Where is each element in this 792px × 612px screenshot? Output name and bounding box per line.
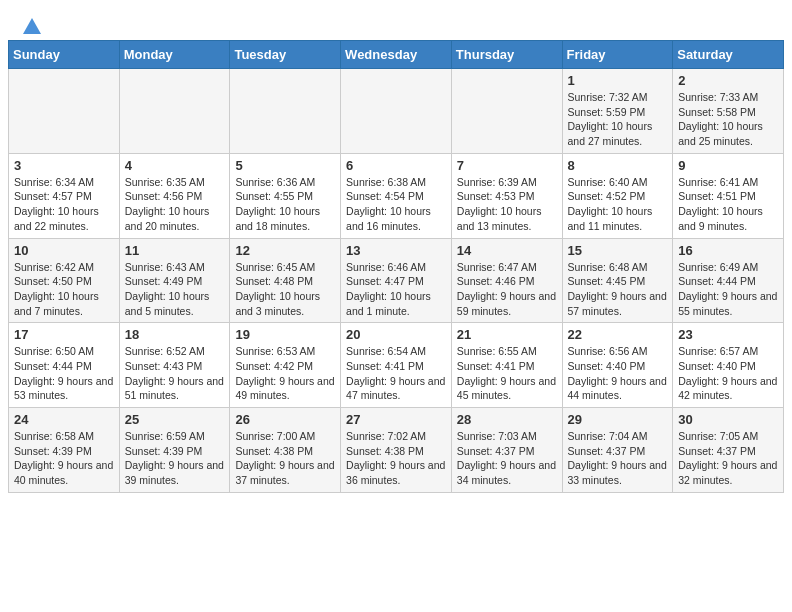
day-number: 22 [568, 327, 668, 342]
calendar-cell: 18Sunrise: 6:52 AM Sunset: 4:43 PM Dayli… [119, 323, 230, 408]
calendar-cell: 13Sunrise: 6:46 AM Sunset: 4:47 PM Dayli… [341, 238, 452, 323]
day-info: Sunrise: 7:04 AM Sunset: 4:37 PM Dayligh… [568, 429, 668, 488]
day-number: 29 [568, 412, 668, 427]
day-info: Sunrise: 6:56 AM Sunset: 4:40 PM Dayligh… [568, 344, 668, 403]
calendar-cell: 25Sunrise: 6:59 AM Sunset: 4:39 PM Dayli… [119, 408, 230, 493]
day-info: Sunrise: 6:55 AM Sunset: 4:41 PM Dayligh… [457, 344, 557, 403]
calendar-cell: 17Sunrise: 6:50 AM Sunset: 4:44 PM Dayli… [9, 323, 120, 408]
calendar-cell [341, 69, 452, 154]
logo [20, 16, 43, 32]
day-number: 15 [568, 243, 668, 258]
day-info: Sunrise: 6:40 AM Sunset: 4:52 PM Dayligh… [568, 175, 668, 234]
day-info: Sunrise: 6:49 AM Sunset: 4:44 PM Dayligh… [678, 260, 778, 319]
day-number: 5 [235, 158, 335, 173]
calendar-cell: 19Sunrise: 6:53 AM Sunset: 4:42 PM Dayli… [230, 323, 341, 408]
day-info: Sunrise: 6:36 AM Sunset: 4:55 PM Dayligh… [235, 175, 335, 234]
day-number: 10 [14, 243, 114, 258]
calendar-cell [451, 69, 562, 154]
day-info: Sunrise: 7:33 AM Sunset: 5:58 PM Dayligh… [678, 90, 778, 149]
day-number: 23 [678, 327, 778, 342]
day-info: Sunrise: 6:34 AM Sunset: 4:57 PM Dayligh… [14, 175, 114, 234]
calendar-cell: 29Sunrise: 7:04 AM Sunset: 4:37 PM Dayli… [562, 408, 673, 493]
calendar-table: SundayMondayTuesdayWednesdayThursdayFrid… [8, 40, 784, 493]
calendar-cell: 30Sunrise: 7:05 AM Sunset: 4:37 PM Dayli… [673, 408, 784, 493]
weekday-header: Friday [562, 41, 673, 69]
day-info: Sunrise: 6:59 AM Sunset: 4:39 PM Dayligh… [125, 429, 225, 488]
logo-icon [21, 16, 43, 38]
day-number: 26 [235, 412, 335, 427]
day-info: Sunrise: 6:52 AM Sunset: 4:43 PM Dayligh… [125, 344, 225, 403]
calendar-cell: 12Sunrise: 6:45 AM Sunset: 4:48 PM Dayli… [230, 238, 341, 323]
day-number: 30 [678, 412, 778, 427]
day-number: 6 [346, 158, 446, 173]
calendar-cell: 27Sunrise: 7:02 AM Sunset: 4:38 PM Dayli… [341, 408, 452, 493]
day-info: Sunrise: 6:54 AM Sunset: 4:41 PM Dayligh… [346, 344, 446, 403]
day-number: 3 [14, 158, 114, 173]
calendar-cell: 15Sunrise: 6:48 AM Sunset: 4:45 PM Dayli… [562, 238, 673, 323]
weekday-header: Tuesday [230, 41, 341, 69]
day-info: Sunrise: 7:32 AM Sunset: 5:59 PM Dayligh… [568, 90, 668, 149]
calendar-cell [230, 69, 341, 154]
day-info: Sunrise: 6:47 AM Sunset: 4:46 PM Dayligh… [457, 260, 557, 319]
calendar-cell: 2Sunrise: 7:33 AM Sunset: 5:58 PM Daylig… [673, 69, 784, 154]
day-number: 7 [457, 158, 557, 173]
calendar-cell: 11Sunrise: 6:43 AM Sunset: 4:49 PM Dayli… [119, 238, 230, 323]
day-number: 27 [346, 412, 446, 427]
day-number: 18 [125, 327, 225, 342]
weekday-header: Wednesday [341, 41, 452, 69]
day-info: Sunrise: 6:38 AM Sunset: 4:54 PM Dayligh… [346, 175, 446, 234]
calendar-cell [9, 69, 120, 154]
day-number: 12 [235, 243, 335, 258]
day-number: 1 [568, 73, 668, 88]
day-info: Sunrise: 6:46 AM Sunset: 4:47 PM Dayligh… [346, 260, 446, 319]
day-number: 4 [125, 158, 225, 173]
day-info: Sunrise: 6:43 AM Sunset: 4:49 PM Dayligh… [125, 260, 225, 319]
day-info: Sunrise: 7:02 AM Sunset: 4:38 PM Dayligh… [346, 429, 446, 488]
calendar-cell: 1Sunrise: 7:32 AM Sunset: 5:59 PM Daylig… [562, 69, 673, 154]
day-info: Sunrise: 6:57 AM Sunset: 4:40 PM Dayligh… [678, 344, 778, 403]
day-number: 14 [457, 243, 557, 258]
calendar-cell: 4Sunrise: 6:35 AM Sunset: 4:56 PM Daylig… [119, 153, 230, 238]
calendar-cell: 28Sunrise: 7:03 AM Sunset: 4:37 PM Dayli… [451, 408, 562, 493]
day-number: 8 [568, 158, 668, 173]
page-header [0, 0, 792, 40]
weekday-header: Sunday [9, 41, 120, 69]
day-number: 25 [125, 412, 225, 427]
calendar-cell: 6Sunrise: 6:38 AM Sunset: 4:54 PM Daylig… [341, 153, 452, 238]
day-info: Sunrise: 6:48 AM Sunset: 4:45 PM Dayligh… [568, 260, 668, 319]
weekday-header: Saturday [673, 41, 784, 69]
day-number: 21 [457, 327, 557, 342]
day-info: Sunrise: 6:50 AM Sunset: 4:44 PM Dayligh… [14, 344, 114, 403]
calendar-cell: 20Sunrise: 6:54 AM Sunset: 4:41 PM Dayli… [341, 323, 452, 408]
day-info: Sunrise: 6:58 AM Sunset: 4:39 PM Dayligh… [14, 429, 114, 488]
day-number: 24 [14, 412, 114, 427]
calendar-cell: 22Sunrise: 6:56 AM Sunset: 4:40 PM Dayli… [562, 323, 673, 408]
day-number: 17 [14, 327, 114, 342]
day-number: 19 [235, 327, 335, 342]
day-info: Sunrise: 6:41 AM Sunset: 4:51 PM Dayligh… [678, 175, 778, 234]
svg-marker-0 [23, 18, 41, 34]
weekday-header: Monday [119, 41, 230, 69]
calendar-cell: 3Sunrise: 6:34 AM Sunset: 4:57 PM Daylig… [9, 153, 120, 238]
day-info: Sunrise: 6:45 AM Sunset: 4:48 PM Dayligh… [235, 260, 335, 319]
day-number: 11 [125, 243, 225, 258]
calendar-cell [119, 69, 230, 154]
calendar-cell: 9Sunrise: 6:41 AM Sunset: 4:51 PM Daylig… [673, 153, 784, 238]
calendar-cell: 7Sunrise: 6:39 AM Sunset: 4:53 PM Daylig… [451, 153, 562, 238]
weekday-header: Thursday [451, 41, 562, 69]
day-number: 9 [678, 158, 778, 173]
calendar-cell: 5Sunrise: 6:36 AM Sunset: 4:55 PM Daylig… [230, 153, 341, 238]
day-number: 2 [678, 73, 778, 88]
calendar-cell: 21Sunrise: 6:55 AM Sunset: 4:41 PM Dayli… [451, 323, 562, 408]
calendar-cell: 10Sunrise: 6:42 AM Sunset: 4:50 PM Dayli… [9, 238, 120, 323]
calendar-cell: 8Sunrise: 6:40 AM Sunset: 4:52 PM Daylig… [562, 153, 673, 238]
day-number: 13 [346, 243, 446, 258]
calendar-cell: 24Sunrise: 6:58 AM Sunset: 4:39 PM Dayli… [9, 408, 120, 493]
day-number: 20 [346, 327, 446, 342]
calendar-cell: 14Sunrise: 6:47 AM Sunset: 4:46 PM Dayli… [451, 238, 562, 323]
day-info: Sunrise: 7:03 AM Sunset: 4:37 PM Dayligh… [457, 429, 557, 488]
calendar-body: 1Sunrise: 7:32 AM Sunset: 5:59 PM Daylig… [9, 69, 784, 493]
day-info: Sunrise: 6:42 AM Sunset: 4:50 PM Dayligh… [14, 260, 114, 319]
day-number: 28 [457, 412, 557, 427]
day-info: Sunrise: 6:35 AM Sunset: 4:56 PM Dayligh… [125, 175, 225, 234]
